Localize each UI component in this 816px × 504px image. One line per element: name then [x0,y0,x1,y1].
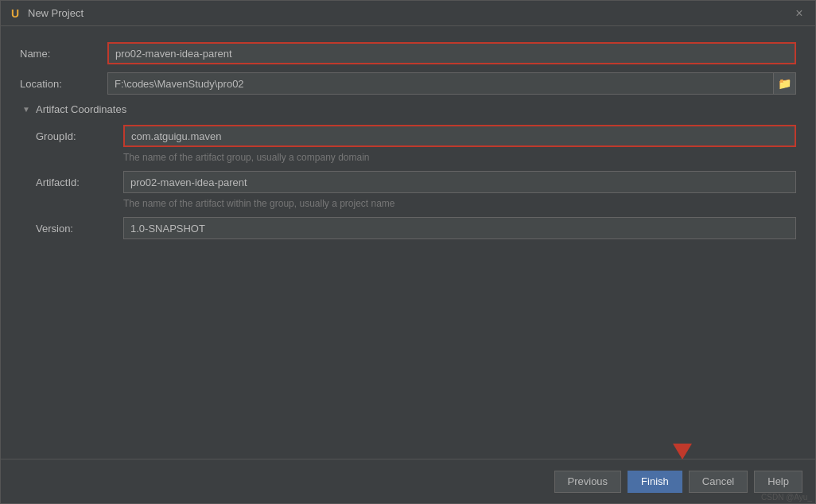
arrow-indicator [673,444,692,459]
name-input-wrapper [107,42,796,64]
name-row: Name: [20,42,796,64]
down-arrow-icon [673,444,692,459]
new-project-dialog: U New Project × Name: Location: 📁 [0,0,816,504]
artifact-section-content: GroupId: The name of the artifact group,… [36,125,796,239]
name-label: Name: [20,48,107,60]
artifactid-input[interactable] [123,171,796,193]
help-button[interactable]: Help [754,471,802,493]
artifactid-label: ArtifactId: [36,176,123,188]
previous-button[interactable]: Previous [554,471,622,493]
groupid-label: GroupId: [36,130,123,142]
watermark: CSDN @Ayu_ [761,493,812,502]
location-label: Location: [20,78,107,90]
location-row: Location: 📁 [20,72,796,95]
finish-button[interactable]: Finish [628,471,682,493]
dialog-title: New Project [28,7,791,19]
groupid-input[interactable] [123,125,796,147]
footer: Previous Finish Cancel Help CSDN @Ayu_ [1,459,815,503]
title-bar: U New Project × [1,1,815,26]
groupid-row: GroupId: [36,125,796,147]
artifact-section-header: ▼ Artifact Coordinates [20,103,796,115]
groupid-input-wrapper [123,125,796,147]
folder-icon: 📁 [778,77,791,90]
groupid-hint: The name of the artifact group, usually … [123,152,796,163]
app-icon: U [9,7,21,20]
artifactid-row: ArtifactId: [36,171,796,193]
artifactid-input-wrapper [123,171,796,193]
location-input-wrapper: 📁 [107,72,796,95]
form-content: Name: Location: 📁 ▼ Artifact Coordinates [1,26,815,459]
location-input[interactable] [107,72,774,95]
name-input[interactable] [107,42,796,64]
close-button[interactable]: × [791,6,807,21]
section-title: Artifact Coordinates [36,103,126,115]
version-row: Version: [36,217,796,239]
version-input[interactable] [123,217,796,239]
section-toggle[interactable]: ▼ [20,103,33,115]
browse-button[interactable]: 📁 [774,72,796,95]
version-label: Version: [36,223,123,235]
artifactid-hint: The name of the artifact within the grou… [123,198,796,209]
version-input-wrapper [123,217,796,239]
cancel-button[interactable]: Cancel [689,471,748,493]
